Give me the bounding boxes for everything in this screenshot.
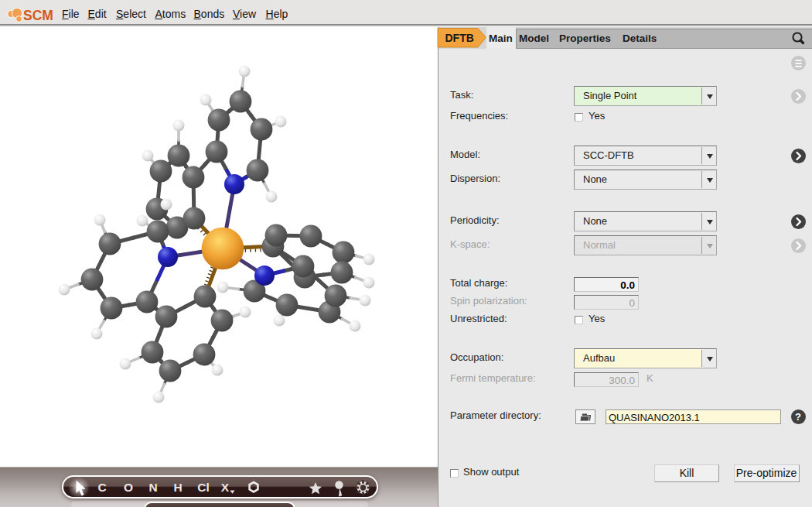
svg-text:SCM: SCM	[23, 8, 53, 23]
svg-text:DFTB: DFTB	[445, 32, 474, 44]
